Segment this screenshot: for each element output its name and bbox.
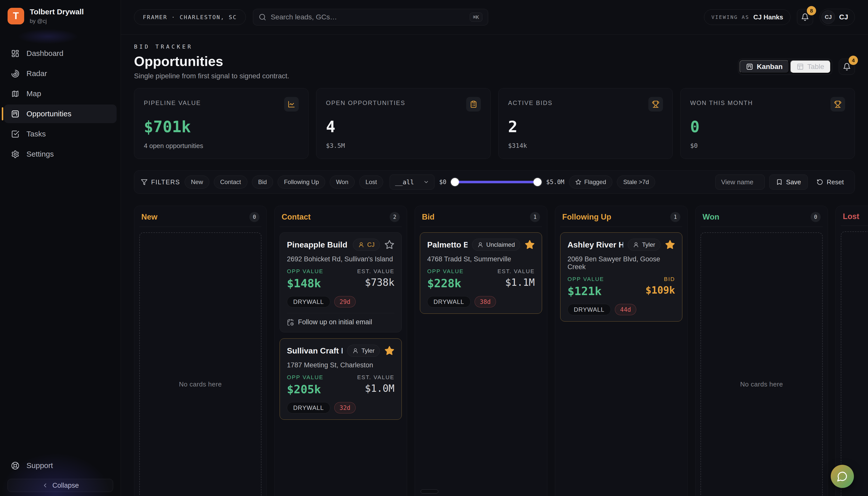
sidebar-item-support[interactable]: Support: [4, 456, 117, 475]
rotate-ccw-icon: [817, 179, 823, 185]
chat-fab-button[interactable]: [831, 465, 854, 488]
column-count-badge: 0: [249, 212, 259, 222]
bookmark-icon: [776, 179, 782, 185]
sidebar-item-dashboard[interactable]: Dashboard: [4, 44, 117, 63]
slider-handle-min[interactable]: [451, 178, 459, 186]
filter-pill-bid[interactable]: Bid: [252, 175, 273, 189]
star-icon[interactable]: [665, 240, 675, 250]
stage-select[interactable]: __all: [390, 174, 435, 190]
star-icon[interactable]: [525, 240, 535, 250]
context-chip[interactable]: FRAMER · CHARLESTON, SC: [134, 9, 246, 25]
board-notifications-badge: 4: [849, 56, 858, 65]
right-value: $1.0M: [357, 383, 394, 394]
value-range-slider[interactable]: [451, 178, 542, 186]
view-toggle-table[interactable]: Table: [790, 60, 831, 73]
notifications-button[interactable]: 8: [797, 9, 813, 25]
sidebar-item-radar[interactable]: Radar: [4, 64, 117, 83]
sidebar-item-label: Map: [27, 89, 41, 98]
filter-pill-won[interactable]: Won: [330, 175, 355, 189]
kanban-column-following-up: Following Up1Ashley River Ho…Tyler2069 B…: [555, 206, 688, 496]
opp-value-label: OPP VALUE: [427, 268, 464, 275]
trophy-icon: [831, 97, 845, 111]
org-header[interactable]: T Tolbert Drywall by @cj: [0, 0, 121, 31]
check-square-icon: [11, 130, 19, 138]
filter-pill-following-up[interactable]: Following Up: [278, 175, 325, 189]
card-address: 1787 Meeting St, Charleston: [287, 361, 394, 369]
card-address: 4768 Tradd St, Summerville: [427, 255, 535, 263]
stat-label: WON THIS MONTH: [690, 97, 753, 107]
stat-sub: $0: [690, 142, 845, 149]
opportunity-card-sullivan-craft-bu[interactable]: Sullivan Craft Bu…Tyler1787 Meeting St, …: [279, 338, 402, 420]
sidebar-item-opportunities[interactable]: Opportunities: [4, 105, 117, 123]
support-label: Support: [27, 461, 53, 470]
opp-value-label: OPP VALUE: [287, 268, 323, 275]
column-body: Palmetto Bu…Unclaimed4768 Tradd St, Summ…: [420, 227, 542, 496]
search-input[interactable]: [271, 13, 465, 21]
org-name: Tolbert Drywall: [30, 7, 83, 16]
page-head: BID TRACKER Opportunities Single pipelin…: [134, 44, 855, 80]
filter-pill-contact[interactable]: Contact: [214, 175, 247, 189]
right-value-label: EST. VALUE: [498, 268, 535, 275]
opportunity-card-ashley-river-ho[interactable]: Ashley River Ho…Tyler2069 Ben Sawyer Blv…: [560, 232, 682, 322]
assignee-chip[interactable]: CJ: [353, 239, 380, 251]
stat-label: OPEN OPPORTUNITIES: [326, 97, 405, 107]
star-icon[interactable]: [384, 346, 394, 356]
assignee-chip[interactable]: Tyler: [628, 239, 660, 251]
calendar-clock-icon: [287, 319, 294, 326]
user-menu[interactable]: CJ CJ: [820, 9, 855, 26]
stage-select-value: __all: [395, 179, 414, 186]
viewing-as-pill[interactable]: VIEWING AS CJ Hanks: [704, 9, 790, 25]
trophy-icon: [648, 97, 663, 111]
save-view-button[interactable]: Save: [769, 174, 808, 190]
stat-value: $701k: [144, 118, 299, 136]
stat-sub: $3.5M: [326, 142, 481, 149]
filter-pill-stale-7d[interactable]: Stale >7d: [617, 175, 655, 189]
life-buoy-icon: [11, 462, 19, 470]
filter-pill-flagged[interactable]: Flagged: [569, 175, 613, 189]
sidebar-item-settings[interactable]: Settings: [4, 145, 117, 164]
sidebar-item-tasks[interactable]: Tasks: [4, 125, 117, 143]
view-toggle-kanban[interactable]: Kanban: [740, 60, 789, 73]
stat-sub: $314k: [508, 142, 663, 149]
filters-bar: FILTERS NewContactBidFollowing UpWonLost…: [134, 170, 855, 193]
trade-tag: DRYWALL: [287, 296, 330, 307]
filter-pill-new[interactable]: New: [185, 175, 209, 189]
page-subtitle: Single pipeline from first signal to sig…: [134, 72, 289, 80]
stat-sub: 4 open opportunities: [144, 142, 299, 150]
empty-dropzone: No cards here: [139, 232, 261, 496]
viewing-as-label: VIEWING AS: [711, 14, 749, 20]
sidebar-item-map[interactable]: Map: [4, 84, 117, 103]
stat-card-pipeline-value: PIPELINE VALUE$701k4 open opportunities: [134, 88, 308, 159]
board-notifications-button[interactable]: 4: [839, 59, 855, 75]
column-title: Following Up: [562, 213, 611, 221]
kanban-board: New0No cards hereContact2Pineapple Build…: [134, 206, 855, 496]
opportunity-card-pineapple-build-co[interactable]: Pineapple Build CoCJ2692 Bohicket Rd, Su…: [279, 232, 402, 332]
range-max-label: $5.0M: [546, 179, 564, 186]
opp-value: $148k: [287, 277, 323, 290]
kanban-column-won: Won0No cards here: [695, 206, 828, 496]
filter-pill-lost[interactable]: Lost: [359, 175, 383, 189]
view-name-input[interactable]: [715, 174, 765, 190]
star-icon[interactable]: [384, 240, 394, 250]
bell-icon: [801, 13, 809, 21]
sidebar-item-label: Opportunities: [27, 110, 71, 118]
card-title: Sullivan Craft Bu…: [287, 346, 342, 356]
opportunity-card-palmetto-bu[interactable]: Palmetto Bu…Unclaimed4768 Tradd St, Summ…: [420, 232, 542, 314]
slider-handle-max[interactable]: [533, 178, 542, 186]
reset-filters-button[interactable]: Reset: [812, 174, 848, 190]
collapse-button[interactable]: Collapse: [7, 479, 113, 492]
column-body: No cards here: [139, 227, 261, 496]
line-chart-icon: [284, 97, 299, 111]
sidebar-bottom: Support Collapse: [0, 456, 121, 496]
opp-value-label: OPP VALUE: [567, 276, 604, 282]
board-horizontal-scrollbar[interactable]: [421, 490, 438, 494]
sidebar-item-label: Settings: [27, 150, 54, 158]
kanban-icon: [746, 63, 753, 70]
assignee-chip[interactable]: Tyler: [347, 345, 380, 357]
age-badge: 32d: [334, 402, 356, 414]
column-body: No cards here: [700, 227, 823, 496]
assignee-chip[interactable]: Unclaimed: [472, 239, 520, 251]
empty-dropzone: No cards here: [700, 232, 823, 496]
column-count-badge: 2: [390, 212, 400, 222]
search-icon: [259, 13, 266, 21]
